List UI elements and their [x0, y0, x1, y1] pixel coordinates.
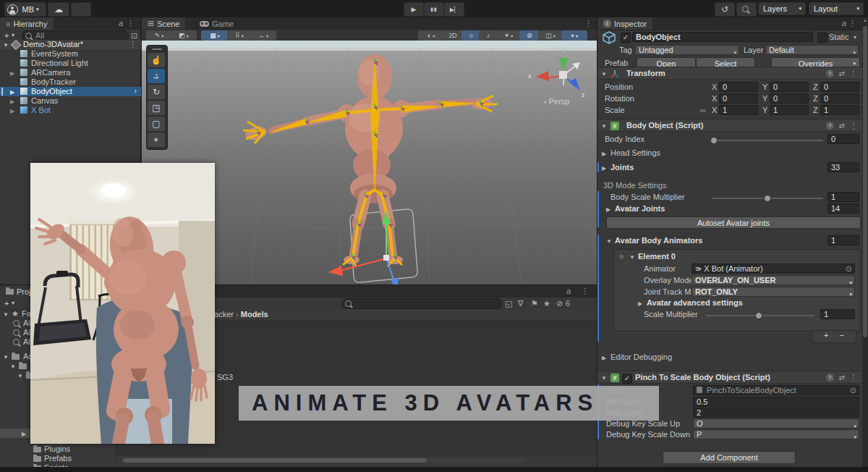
fold-closed-icon[interactable]: ▶ [638, 300, 642, 307]
step-button[interactable]: ▶▏ [444, 2, 464, 17]
rotate-tool[interactable]: ↻ [148, 85, 165, 99]
kebab-menu-icon[interactable]: ⋮ [850, 374, 857, 382]
scale-multiplier-field[interactable]: 1 [820, 309, 855, 319]
autoset-avatar-joints-button[interactable]: Autoset Avatar joints [606, 216, 861, 229]
max-scale-field[interactable]: 2 [693, 408, 859, 418]
hierarchy-item-bodyobject[interactable]: ▶ BodyObject › [0, 87, 141, 96]
hierarchy-item-bodytracker[interactable]: BodyTracker [0, 77, 141, 87]
hand-tool[interactable]: ☝ [148, 53, 165, 67]
undo-history-button[interactable]: ↺ [715, 2, 735, 17]
play-button[interactable]: ▶ [404, 2, 424, 17]
rotation-x-field[interactable]: 0 [719, 93, 758, 104]
joints-label[interactable]: Joints [610, 163, 634, 172]
animator-object-field[interactable]: ⋔ X Bot (Animator) ⊙ [692, 264, 855, 274]
slider-knob[interactable] [764, 195, 771, 202]
kebab-menu-icon[interactable]: ⋮ [848, 19, 856, 28]
advanced-settings-label[interactable]: Avatar advanced settings [647, 298, 743, 307]
avatar-joints-label[interactable]: Avatar Joints [615, 204, 665, 213]
tab-scene[interactable]: ⊞ Scene [142, 17, 185, 30]
scale-x-field[interactable]: 1 [719, 105, 758, 115]
project-search-input[interactable] [341, 298, 502, 309]
drag-handle-icon[interactable]: ≡ [619, 252, 624, 261]
kebab-menu-icon[interactable]: ⋮ [850, 122, 857, 130]
scale-tool[interactable]: ◳ [148, 101, 165, 115]
measure-button[interactable]: ↔ ▾ [250, 30, 276, 41]
add-object-button[interactable]: + [4, 31, 9, 40]
help-icon[interactable]: ? [826, 69, 834, 77]
slider-knob[interactable] [755, 312, 762, 319]
kebab-menu-icon[interactable]: ⋮ [850, 69, 857, 77]
fold-closed-icon[interactable]: ▶ [602, 355, 606, 361]
project-folder-prefabs[interactable]: Prefabs [0, 454, 116, 463]
scale-y-field[interactable]: 1 [770, 105, 809, 115]
script-object-field[interactable]: PinchToScaleBodyObject ⊙ [693, 385, 859, 395]
kebab-menu-icon[interactable]: ⋮ [584, 19, 592, 28]
fold-closed-icon[interactable]: ▶ [22, 431, 26, 437]
layers-dropdown[interactable]: Layers ▾ [758, 2, 806, 15]
tag-dropdown[interactable]: Untagged ▾ [635, 45, 739, 55]
remove-element-button[interactable]: − [840, 331, 844, 340]
project-hscrollbar[interactable] [122, 458, 527, 463]
scene-lighting-button[interactable]: ☼ [461, 30, 480, 41]
open-search-window-icon[interactable]: ◱ [505, 299, 512, 308]
bsm-slider[interactable] [712, 198, 823, 199]
fold-closed-icon[interactable]: ▶ [10, 98, 14, 105]
draw-mode-button[interactable]: ✎ ▾ [146, 30, 172, 41]
gizmo-visibility-button[interactable]: ◩ ▾ [171, 30, 197, 41]
lock-icon[interactable]: a [119, 19, 123, 28]
fold-open-icon[interactable]: ▼ [601, 375, 607, 382]
presets-icon[interactable]: ⇄ [839, 69, 845, 77]
fold-open-icon[interactable]: ▼ [601, 123, 607, 130]
object-picker-icon[interactable]: ⊙ [850, 386, 856, 395]
move-tool[interactable]: ↔ ↕ [148, 69, 165, 83]
caret-down-icon[interactable]: ▾ [12, 300, 14, 306]
lock-icon[interactable]: a [566, 287, 571, 295]
pinch-script-header[interactable]: ▼ # ✓ Pinch To Scale Body Object (Script… [597, 371, 863, 384]
fold-open-icon[interactable]: ▼ [3, 354, 9, 361]
head-settings-label[interactable]: Head Settings [610, 148, 660, 157]
debug-key-down-dropdown[interactable]: P ▾ [693, 429, 859, 439]
tab-inspector[interactable]: i Inspector [597, 17, 652, 30]
project-folder-plugins[interactable]: Plugins [0, 444, 116, 454]
fold-closed-icon[interactable]: ▶ [606, 206, 610, 213]
static-caret-icon[interactable]: ▾ [854, 34, 856, 41]
position-x-field[interactable]: 0 [719, 82, 758, 92]
position-z-field[interactable]: 0 [820, 82, 859, 92]
presets-icon[interactable]: ⇄ [839, 122, 845, 130]
tab-hierarchy[interactable]: ≡ Hierarchy [0, 17, 54, 30]
fold-closed-icon[interactable]: ▶ [602, 151, 606, 157]
filter-type-icon[interactable]: ∇ [518, 299, 523, 308]
toggle-2d-button[interactable]: 2D [443, 30, 463, 41]
fold-closed-icon[interactable]: ▶ [10, 108, 14, 114]
transform-header[interactable]: ▼ Transform ? ⇄ ⋮ [597, 67, 863, 80]
joints-field[interactable]: 33 [827, 162, 859, 172]
hierarchy-scene-row[interactable]: ▼ Demo-3DAvatar* ⋮ [0, 40, 141, 49]
enabled-checkbox[interactable]: ✓ [622, 374, 632, 384]
breadcrumb-current[interactable]: Models [241, 310, 268, 319]
chevron-right-icon[interactable]: › [134, 86, 137, 95]
fold-closed-icon[interactable]: ▶ [602, 165, 606, 172]
slider-knob[interactable] [710, 137, 718, 144]
position-y-field[interactable]: 0 [770, 82, 809, 92]
add-component-button[interactable]: Add Component [663, 451, 796, 464]
element0-label[interactable]: Element 0 [638, 252, 676, 261]
body-index-field[interactable]: 0 [827, 134, 859, 144]
tab-game[interactable]: Game [194, 17, 239, 30]
inspector-scrollbar[interactable]: ▲ ▼ [862, 17, 868, 472]
search-button[interactable] [736, 2, 757, 17]
account-button[interactable]: MB ▾ [4, 2, 46, 17]
editor-debugging-label[interactable]: Editor Debugging [610, 353, 672, 361]
services-button[interactable] [71, 2, 91, 17]
hierarchy-item-xbot[interactable]: ▶ X Bot [0, 106, 141, 115]
scrollbar-thumb[interactable] [123, 458, 427, 463]
kebab-menu-icon[interactable]: ⋮ [127, 19, 135, 28]
hierarchy-item-canvas[interactable]: ▶ Canvas [0, 96, 141, 106]
fold-open-icon[interactable]: ▼ [10, 363, 16, 370]
lock-icon[interactable]: a [842, 19, 846, 28]
fold-open-icon[interactable]: ▼ [17, 373, 23, 379]
scrollbar-thumb[interactable] [863, 26, 867, 337]
fold-open-icon[interactable]: ▼ [3, 311, 9, 318]
effects-button[interactable]: ✶ ▾ [496, 30, 521, 41]
object-picker-icon[interactable]: ⊙ [846, 264, 852, 274]
fold-open-icon[interactable]: ▼ [601, 71, 607, 77]
